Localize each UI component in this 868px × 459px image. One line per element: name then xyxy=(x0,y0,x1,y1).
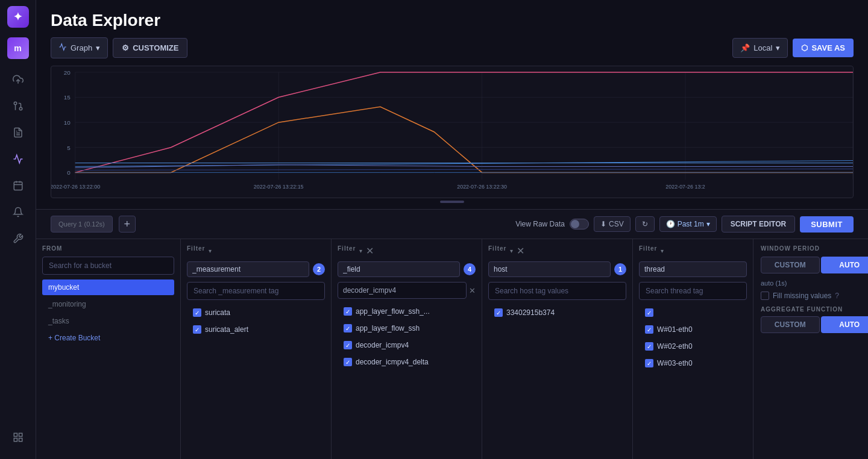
filter4-item-w03[interactable]: W#03-eth0 xyxy=(639,355,747,371)
filter4-header: Filter ▾ xyxy=(639,245,747,257)
filter3-list: 33402915b374 xyxy=(488,305,626,453)
filter3-chevron-icon: ▾ xyxy=(510,248,513,254)
visualization-toolbar: Graph ▾ ⚙ CUSTOMIZE 📌 Local ▾ ⬡ SAVE AS xyxy=(36,37,868,66)
bucket-item-mybucket[interactable]: mybucket xyxy=(42,279,174,295)
csv-button[interactable]: ⬇ CSV xyxy=(594,216,631,232)
graph-type-dropdown[interactable]: Graph ▾ xyxy=(51,37,108,58)
filter4-item-w02[interactable]: W#02-eth0 xyxy=(639,339,747,354)
save-as-button[interactable]: ⬡ SAVE AS xyxy=(793,39,854,57)
filter2-close-button[interactable]: ✕ xyxy=(366,245,374,257)
sidebar-item-panels[interactable] xyxy=(7,426,29,448)
customize-button[interactable]: ⚙ CUSTOMIZE xyxy=(113,38,187,58)
script-editor-button[interactable]: SCRIPT EDITOR xyxy=(722,216,795,233)
refresh-button[interactable]: ↻ xyxy=(635,216,655,232)
agg-custom-button[interactable]: CUSTOM xyxy=(761,316,820,333)
sidebar-item-chart[interactable] xyxy=(7,148,29,170)
add-query-button[interactable]: + xyxy=(119,216,136,233)
filter2-item-3[interactable]: decoder_icmpv4 xyxy=(338,337,476,353)
filter1-check-suricata-alert[interactable] xyxy=(193,325,201,334)
filter2-badge: 4 xyxy=(464,263,476,275)
sidebar-item-git[interactable] xyxy=(7,95,29,117)
filter2-field-select[interactable]: _field xyxy=(338,261,460,277)
filter2-list: app_layer_flow_ssh_... app_layer_flow_ss… xyxy=(338,304,476,453)
filter3-close-button[interactable]: ✕ xyxy=(517,245,524,257)
filter4-search-input[interactable] xyxy=(639,282,747,300)
app-logo: ✦ xyxy=(7,6,29,28)
window-period-toggle: CUSTOM AUTO xyxy=(761,257,868,273)
drag-handle[interactable] xyxy=(36,198,868,205)
submit-button[interactable]: SUBMIT xyxy=(800,216,854,233)
sidebar-item-wrench[interactable] xyxy=(7,228,29,249)
sidebar-item-bell[interactable] xyxy=(7,201,29,223)
main-content: Data Explorer Graph ▾ ⚙ CUSTOMIZE 📌 Loca… xyxy=(36,0,868,459)
time-range-dropdown[interactable]: 🕐 Past 1m ▾ xyxy=(659,216,717,232)
raw-data-toggle[interactable] xyxy=(570,219,589,230)
svg-text:0: 0 xyxy=(67,169,71,176)
filter3-item-1[interactable]: 33402915b374 xyxy=(488,305,626,320)
bucket-item-create[interactable]: + Create Bucket xyxy=(42,330,174,346)
filter1-field-select[interactable]: _measurement xyxy=(187,261,309,277)
filter2-item-4[interactable]: decoder_icmpv4_delta xyxy=(338,354,476,370)
local-time-dropdown[interactable]: 📌 Local ▾ xyxy=(732,38,788,58)
filter2-value-input[interactable] xyxy=(338,282,467,299)
filter2-check-3[interactable] xyxy=(344,341,352,349)
query-bar-right: View Raw Data ⬇ CSV ↻ 🕐 Past 1m ▾ SCRIPT… xyxy=(515,216,854,233)
filter1-item-suricata-alert[interactable]: suricata_alert xyxy=(187,322,325,337)
sidebar-item-notebook[interactable] xyxy=(7,122,29,143)
filter2-item-1[interactable]: app_layer_flow_ssh_... xyxy=(338,304,476,319)
window-custom-button[interactable]: CUSTOM xyxy=(761,257,820,273)
filter4-check-blank[interactable] xyxy=(645,308,653,317)
filter4-check-w01[interactable] xyxy=(645,325,653,334)
filter1-chevron-icon: ▾ xyxy=(209,248,212,254)
bucket-item-monitoring[interactable]: _monitoring xyxy=(42,296,174,312)
filter4-field-select[interactable]: thread xyxy=(639,261,747,277)
filter2-item-2[interactable]: app_layer_flow_ssh xyxy=(338,320,476,336)
filter2-check-2[interactable] xyxy=(344,324,352,333)
avatar[interactable]: m xyxy=(7,37,29,59)
filter2-clear-button[interactable]: ✕ xyxy=(469,286,476,295)
svg-text:5: 5 xyxy=(67,145,71,151)
svg-text:2022-07-26 13:22:00: 2022-07-26 13:22:00 xyxy=(51,184,100,190)
filter4-check-w03[interactable] xyxy=(645,359,653,367)
pin-icon: 📌 xyxy=(740,43,750,52)
clock-icon: 🕐 xyxy=(666,220,675,228)
bucket-item-tasks[interactable]: _tasks xyxy=(42,313,174,329)
sidebar-item-calendar[interactable] xyxy=(7,175,29,196)
filter4-check-w02[interactable] xyxy=(645,342,653,351)
query-bar: Query 1 (0.12s) + View Raw Data ⬇ CSV ↻ … xyxy=(36,209,868,239)
sidebar-bottom xyxy=(7,426,29,453)
fill-missing-checkbox[interactable] xyxy=(761,292,769,300)
filter3-field-select[interactable]: host xyxy=(488,261,611,277)
svg-text:2022-07-26 13:22:30: 2022-07-26 13:22:30 xyxy=(457,184,507,190)
sidebar: ✦ m xyxy=(0,0,36,459)
query-tab-1[interactable]: Query 1 (0.12s) xyxy=(51,216,113,233)
filter3-check-1[interactable] xyxy=(494,308,503,317)
filter1-search-input[interactable] xyxy=(187,282,325,300)
svg-point-2 xyxy=(14,102,17,105)
filter3-search-input[interactable] xyxy=(488,282,626,300)
svg-point-1 xyxy=(19,107,22,110)
filter4-item-w01[interactable]: W#01-eth0 xyxy=(639,322,747,337)
filter1-check-suricata[interactable] xyxy=(193,308,201,317)
help-icon[interactable]: ? xyxy=(835,292,839,300)
toggle-knob xyxy=(571,220,579,228)
sidebar-item-upload[interactable] xyxy=(7,69,29,90)
filter4-item-blank[interactable] xyxy=(639,305,747,320)
filter-thread-panel: Filter ▾ thread W#01-eth0 xyxy=(633,239,753,459)
filter1-item-suricata[interactable]: suricata xyxy=(187,305,325,320)
download-icon: ⬇ xyxy=(600,220,606,228)
filter2-check-4[interactable] xyxy=(344,358,352,366)
bucket-search-input[interactable] xyxy=(42,257,174,275)
svg-rect-13 xyxy=(14,439,17,442)
filter3-header: Filter ▾ ✕ xyxy=(488,245,626,257)
svg-rect-12 xyxy=(19,439,22,442)
line-chart: 20 15 10 5 0 2022-07-26 13:22:00 2022-07… xyxy=(51,66,853,198)
window-auto-button[interactable]: AUTO xyxy=(821,257,869,273)
svg-text:10: 10 xyxy=(64,119,71,126)
svg-rect-10 xyxy=(14,433,17,436)
window-period-label: WINDOW PERIOD xyxy=(761,245,868,252)
agg-auto-button[interactable]: AUTO xyxy=(821,316,869,333)
filter2-check-1[interactable] xyxy=(344,307,352,316)
graph-icon xyxy=(58,43,67,53)
filter2-value-row: ✕ xyxy=(338,282,476,299)
